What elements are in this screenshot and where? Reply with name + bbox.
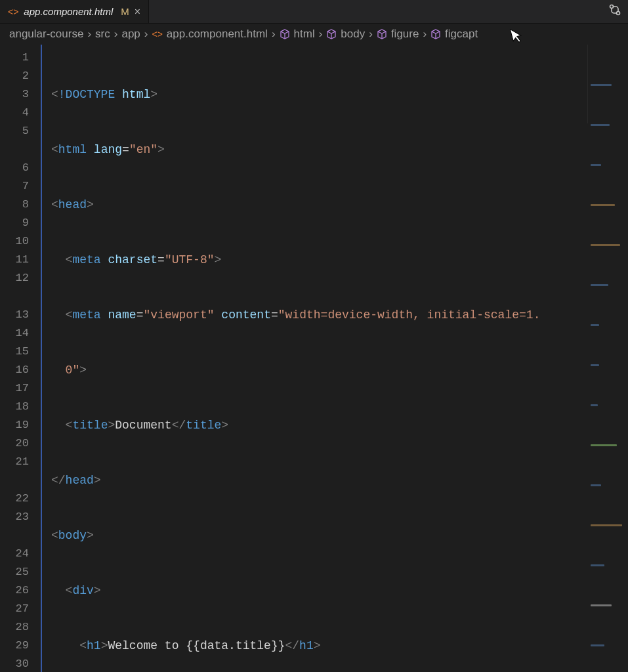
editor-actions <box>608 3 628 20</box>
svg-point-1 <box>617 12 620 15</box>
breadcrumb-item[interactable]: figure <box>391 28 419 41</box>
minimap[interactable] <box>587 45 628 123</box>
breadcrumb: angular-course › src › app › <> app.comp… <box>0 24 628 45</box>
chevron-right-icon: › <box>144 28 148 41</box>
breadcrumb-item[interactable]: html <box>294 28 315 41</box>
close-tab-icon[interactable]: × <box>135 6 140 18</box>
symbol-icon <box>430 29 441 39</box>
code-editor[interactable]: 1234567891011121314151617181920212223242… <box>0 45 628 672</box>
editor-tab[interactable]: <> app.component.html M × <box>0 0 149 23</box>
html-file-icon: <> <box>152 29 162 39</box>
chevron-right-icon: › <box>87 28 91 41</box>
line-number-gutter: 1234567891011121314151617181920212223242… <box>0 45 41 672</box>
chevron-right-icon: › <box>272 28 276 41</box>
chevron-right-icon: › <box>369 28 373 41</box>
breadcrumb-item[interactable]: app <box>121 28 140 41</box>
chevron-right-icon: › <box>114 28 118 41</box>
tab-filename: app.component.html <box>24 6 113 17</box>
chevron-right-icon: › <box>319 28 323 41</box>
symbol-icon <box>280 29 290 39</box>
code-area[interactable]: <!DOCTYPE html> <html lang="en"> <head> … <box>41 45 628 672</box>
breadcrumb-item[interactable]: body <box>341 28 365 41</box>
breadcrumb-item[interactable]: src <box>95 28 110 41</box>
tab-bar: <> app.component.html M × <box>0 0 628 24</box>
svg-point-0 <box>610 5 614 9</box>
breadcrumb-item[interactable]: figcapt <box>445 28 478 41</box>
symbol-icon <box>377 29 387 39</box>
chevron-right-icon: › <box>423 28 427 41</box>
compare-changes-icon[interactable] <box>608 3 621 20</box>
breadcrumb-item[interactable]: angular-course <box>9 28 83 41</box>
symbol-icon <box>326 29 337 39</box>
modified-indicator: M <box>121 6 129 17</box>
breadcrumb-item[interactable]: app.component.html <box>167 28 268 41</box>
html-file-icon: <> <box>8 7 18 17</box>
